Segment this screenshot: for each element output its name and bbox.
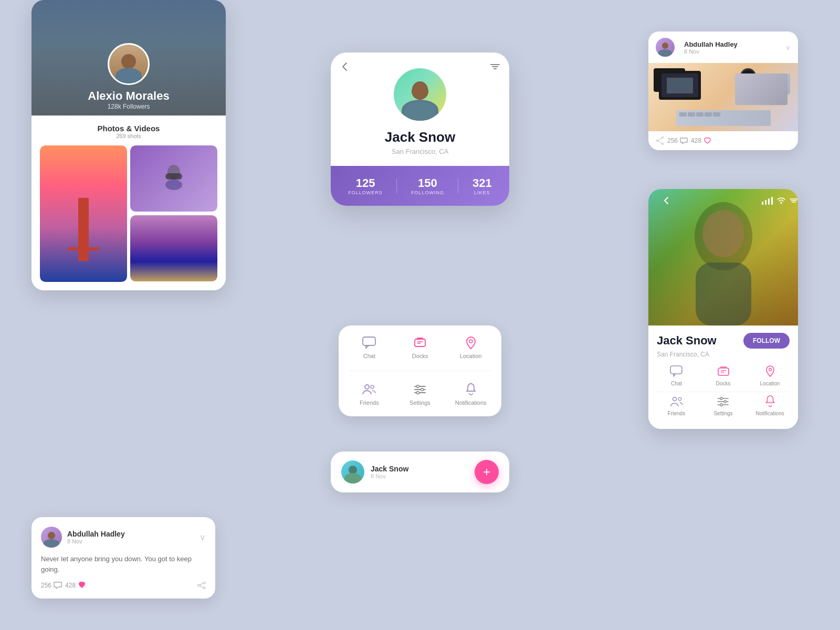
user-bar: Jack Snow 8 Nov + [331, 452, 509, 492]
svg-line-7 [200, 586, 203, 587]
photos-title: Photos & Videos [40, 124, 217, 133]
settings-item[interactable]: Settings [400, 383, 440, 406]
right-friends-label: Friends [668, 411, 685, 416]
chevron-icon[interactable]: ∨ [785, 43, 791, 51]
right-settings-label: Settings [713, 411, 732, 416]
followers-count: 128k Followers [108, 103, 150, 110]
docks-icon [413, 336, 427, 350]
following-label: FOLLOWING [411, 190, 444, 195]
svg-line-29 [658, 141, 662, 143]
settings-label: Settings [410, 400, 430, 406]
back-button[interactable] [339, 61, 351, 72]
friends-icon [362, 383, 376, 396]
right-location-item[interactable]: Location [750, 365, 790, 386]
center-avatar [394, 68, 446, 121]
comment-stat: 256 [41, 582, 62, 589]
svg-point-35 [702, 210, 744, 257]
photo-cave [130, 215, 217, 281]
svg-point-48 [723, 401, 726, 403]
like-count: 428 [65, 582, 76, 589]
svg-rect-37 [670, 366, 682, 374]
svg-rect-12 [415, 339, 425, 346]
photo-vr [130, 145, 217, 212]
docks-item[interactable]: Docks [400, 336, 440, 359]
post-image [648, 63, 798, 131]
share-icon [656, 136, 664, 145]
right-profile-name: Jack Snow [657, 334, 717, 348]
svg-line-6 [200, 583, 203, 585]
notifications-icon [464, 383, 478, 396]
right-profile-card: Jack Snow FOLLOW San Francisco, CA Chat [648, 189, 798, 429]
settings-icon [717, 395, 730, 408]
svg-rect-1 [165, 173, 182, 180]
right-notifications-item[interactable]: Notifications [750, 395, 790, 416]
center-stats: 125 FOLLOWERS 150 FOLLOWING 321 LIKES [331, 166, 509, 206]
friends-item[interactable]: Friends [349, 383, 390, 406]
comment-count: 256 [41, 582, 51, 589]
post-avatar [41, 527, 62, 548]
friends-label: Friends [360, 400, 379, 406]
chevron-down-icon[interactable]: ∨ [200, 532, 206, 542]
following-count: 150 [411, 176, 444, 190]
settings-icon [413, 383, 427, 396]
right-divider [657, 392, 790, 392]
notifications-label: Notifications [455, 400, 487, 406]
user-bar-name: Jack Snow [371, 465, 408, 473]
post-date: 8 Nov [67, 538, 125, 544]
likes-count: 321 [472, 176, 492, 190]
photos-subtitle: 269 shots [40, 133, 217, 139]
post-image-card: Abdullah Hadley 8 Nov ∨ [648, 32, 798, 150]
right-notifications-label: Notifications [755, 411, 784, 416]
fab-button[interactable]: + [475, 460, 499, 484]
right-friends-item[interactable]: Friends [657, 395, 696, 416]
post-text: Never let anyone bring you down. You got… [41, 554, 206, 574]
photo-item[interactable] [130, 215, 217, 282]
follow-button[interactable]: FOLLOW [743, 333, 790, 349]
right-profile-info: Jack Snow FOLLOW San Francisco, CA Chat [648, 326, 798, 429]
followers-count: 125 [348, 176, 383, 190]
svg-line-28 [658, 138, 662, 140]
chat-item[interactable]: Chat [349, 336, 390, 359]
docks-label: Docks [412, 353, 428, 359]
post-actions: 256 428 [41, 582, 206, 589]
svg-point-16 [365, 385, 369, 389]
center-location: San Francisco, CA [392, 148, 448, 155]
chat-label: Chat [363, 353, 375, 359]
right-icon-grid-2: Friends Settings Noti [657, 395, 790, 416]
filter-button[interactable] [489, 61, 501, 72]
share-icon[interactable] [197, 582, 206, 589]
notifications-item[interactable]: Notifications [450, 383, 491, 406]
post-img-date: 8 Nov [684, 48, 738, 55]
docks-icon [717, 365, 730, 378]
center-name: Jack Snow [385, 129, 455, 145]
svg-point-27 [662, 143, 664, 145]
post-img-actions: 256 428 [648, 131, 798, 150]
photo-tower [40, 145, 127, 282]
right-location: San Francisco, CA [657, 351, 790, 358]
followers-label: FOLLOWERS [348, 190, 383, 195]
right-docks-item[interactable]: Docks [704, 365, 743, 386]
right-chat-item[interactable]: Chat [657, 365, 696, 386]
comment-stat: 256 [667, 137, 688, 144]
post-user-info: Abdullah Hadley 8 Nov [41, 527, 125, 548]
svg-point-43 [678, 397, 681, 401]
photo-item[interactable] [130, 145, 217, 212]
filter-icon [489, 61, 501, 72]
comment-count: 256 [667, 137, 678, 144]
post-user-name: Abdullah Hadley [67, 530, 125, 538]
icon-grid: Chat Docks Location [349, 336, 491, 406]
location-item[interactable]: Location [450, 336, 491, 359]
icon-divider [349, 371, 491, 371]
location-icon [763, 365, 777, 378]
heart-icon [78, 582, 86, 589]
photo-item[interactable] [40, 145, 127, 282]
chat-icon [362, 336, 376, 350]
vr-person-icon [158, 163, 190, 194]
svg-rect-11 [363, 337, 375, 345]
right-settings-item[interactable]: Settings [704, 395, 743, 416]
center-bottom-card: Chat Docks Location [339, 326, 501, 416]
svg-point-22 [421, 388, 423, 391]
user-bar-date: 8 Nov [371, 473, 408, 479]
svg-rect-38 [718, 368, 729, 375]
svg-point-49 [720, 404, 722, 406]
